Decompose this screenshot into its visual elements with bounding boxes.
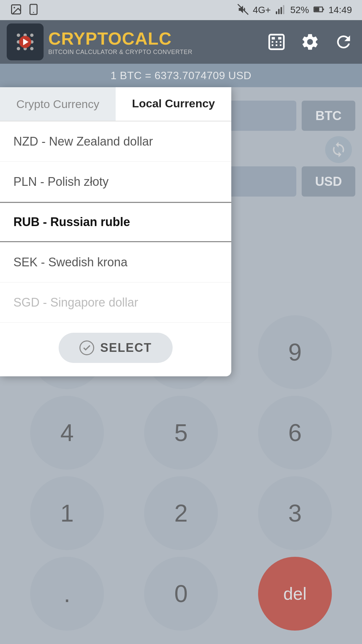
currency-item-nzd[interactable]: NZD - New Zealand dollar <box>0 121 231 162</box>
select-button[interactable]: SELECT <box>59 333 173 363</box>
key-9[interactable]: 9 <box>258 315 332 389</box>
logo-area: CRYPTOCALC BITCOIN CALCULATOR & CRYPTO C… <box>7 23 192 60</box>
key-2[interactable]: 2 <box>144 476 218 550</box>
currency-item-rub[interactable]: RUB - Russian ruble <box>0 202 231 242</box>
image-icon <box>10 3 22 17</box>
key-6[interactable]: 6 <box>258 396 332 470</box>
svg-point-1 <box>14 7 15 9</box>
select-label: SELECT <box>100 341 152 355</box>
status-bar: 4G+ 52% 14:49 <box>0 0 362 20</box>
key-4[interactable]: 4 <box>30 396 104 470</box>
settings-button[interactable] <box>298 30 322 54</box>
btc-currency[interactable]: BTC <box>302 101 355 131</box>
btc-label: BTC <box>315 109 342 123</box>
svg-rect-30 <box>272 44 274 46</box>
currency-dialog: Crypto Currency Local Currency NZD - New… <box>0 87 231 376</box>
svg-rect-25 <box>275 37 277 38</box>
svg-point-18 <box>17 47 20 50</box>
dialog-tabs: Crypto Currency Local Currency <box>0 87 231 121</box>
key-0[interactable]: 0 <box>144 557 218 631</box>
refresh-button[interactable] <box>332 30 355 54</box>
svg-point-20 <box>30 47 34 50</box>
checkmark-icon <box>79 340 94 355</box>
currency-item-sek[interactable]: SEK - Swedish krona <box>0 242 231 282</box>
currency-list: NZD - New Zealand dollar PLN - Polish zł… <box>0 121 231 323</box>
rate-bar: 1 BTC = 6373.7074709 USD <box>0 64 362 87</box>
svg-rect-8 <box>283 5 284 14</box>
logo-text: CRYPTOCALC BITCOIN CALCULATOR & CRYPTO C… <box>48 29 192 56</box>
logo-subtitle: BITCOIN CALCULATOR & CRYPTO CONVERTER <box>48 49 192 56</box>
svg-rect-32 <box>280 44 282 46</box>
main-content: BTC 9 USD 7 8 9 4 5 6 <box>0 87 362 644</box>
currency-item-pln[interactable]: PLN - Polish złoty <box>0 162 231 202</box>
svg-rect-31 <box>276 44 278 46</box>
exchange-rate: 1 BTC = 6373.7074709 USD <box>111 69 251 82</box>
status-right-icons: 4G+ 52% 14:49 <box>237 4 352 16</box>
key-3[interactable]: 3 <box>258 476 332 550</box>
svg-rect-10 <box>314 7 319 11</box>
key-dot[interactable]: . <box>30 557 104 631</box>
calculator-button[interactable] <box>265 30 288 54</box>
select-btn-area: SELECT <box>0 333 231 363</box>
svg-rect-26 <box>278 37 282 40</box>
app-header: CRYPTOCALC BITCOIN CALCULATOR & CRYPTO C… <box>0 20 362 64</box>
usd-label: USD <box>315 174 342 189</box>
svg-rect-29 <box>280 41 282 43</box>
svg-point-14 <box>30 34 34 37</box>
svg-rect-27 <box>272 41 274 43</box>
key-5[interactable]: 5 <box>144 396 218 470</box>
battery-level: 52% <box>290 5 309 15</box>
usd-currency[interactable]: USD <box>302 166 355 197</box>
svg-rect-5 <box>276 11 277 14</box>
status-left-icons <box>10 3 40 17</box>
svg-rect-28 <box>276 41 278 43</box>
svg-rect-24 <box>272 37 275 40</box>
header-icons <box>265 30 355 54</box>
network-indicator: 4G+ <box>253 5 271 15</box>
mute-icon <box>237 4 249 16</box>
logo-title: CRYPTOCALC <box>48 29 192 49</box>
svg-point-12 <box>17 34 20 37</box>
battery-icon <box>313 4 324 16</box>
key-1[interactable]: 1 <box>30 476 104 550</box>
signal-icon <box>275 4 286 16</box>
key-del[interactable]: del <box>258 557 332 631</box>
time-display: 14:49 <box>328 5 352 15</box>
phone-icon <box>27 3 40 17</box>
currency-item-sgd[interactable]: SGD - Singapore dollar <box>0 282 231 323</box>
svg-rect-6 <box>278 9 280 14</box>
tab-local-currency[interactable]: Local Currency <box>116 87 231 121</box>
app-logo-icon <box>7 23 44 60</box>
tab-crypto-currency[interactable]: Crypto Currency <box>0 87 116 121</box>
swap-button[interactable] <box>325 136 352 163</box>
svg-rect-7 <box>281 7 282 14</box>
